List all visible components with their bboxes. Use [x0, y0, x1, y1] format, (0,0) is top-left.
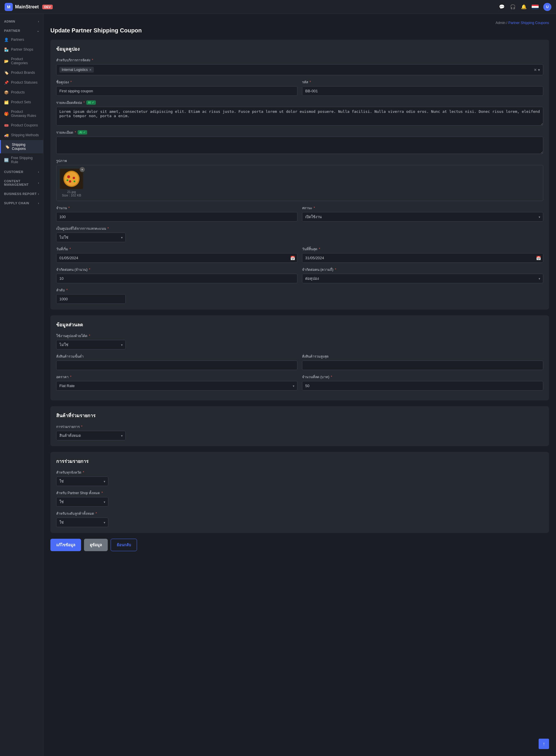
sidebar-section-admin: ADMIN › — [0, 17, 43, 26]
sidebar-section-content: CONTENT MANAGEMENT › — [0, 177, 43, 189]
sidebar-item-partner-shops[interactable]: 🏪 Partner Shops — [0, 44, 43, 54]
limit-row: จำกัดต่อคน (จำนวน) * จำกัดต่อคน (ความถี่… — [56, 267, 543, 283]
short-desc-label: รายละเอียดคัดย่อ * AI ✓ — [56, 100, 543, 105]
sidebar-item-products[interactable]: 📦 Products — [0, 87, 43, 97]
headset-icon[interactable]: 🎧 — [510, 4, 516, 10]
all-customer-levels-select[interactable]: ใช่ ไม่ใช่ — [56, 518, 108, 527]
language-flag[interactable] — [532, 5, 538, 9]
max-order-input[interactable] — [302, 361, 543, 370]
required-indicator: * — [83, 470, 84, 475]
image-upload-area[interactable]: × 21.jpg Size : 102 KB — [56, 165, 543, 201]
sidebar-item-shipping-methods[interactable]: 🚚 Shipping Methods — [0, 130, 43, 140]
required-indicator: * — [69, 247, 71, 251]
participation-select-wrapper: สินค้าทั้งหมด เฉพาะสินค้า — [56, 431, 126, 440]
min-order-input[interactable] — [56, 361, 298, 370]
status-select[interactable]: เปิดใช้งาน ปิดใช้งาน — [302, 212, 543, 222]
app-logo[interactable]: M MainStreet — [5, 3, 39, 11]
order-label: ลำดับ * — [56, 287, 126, 293]
sidebar-item-label: Product Coupons — [11, 123, 38, 127]
sidebar-item-product-coupons[interactable]: 🎟️ Product Coupons — [0, 120, 43, 130]
ai-badge[interactable]: AI ✓ — [86, 101, 96, 105]
breadcrumb-current[interactable]: Partner Shipping Coupons — [508, 21, 549, 25]
partners-icon: 👤 — [4, 37, 9, 42]
sidebar-item-label: Product Statuses — [11, 80, 37, 84]
limit-type-group: จำกัดต่อคน (ความถี่) * ต่อคูปอง ต่อวัน ต… — [302, 267, 543, 283]
end-date-group: วันที่สิ้นสุด * 📅 — [302, 246, 543, 263]
image-thumb-wrapper: × 21.jpg Size : 102 KB — [60, 169, 83, 197]
limit-qty-input[interactable] — [56, 274, 298, 283]
all-provinces-select[interactable]: ใช่ ไม่ใช่ — [56, 477, 108, 486]
required-indicator: * — [310, 80, 311, 84]
chevron-down-icon: ▾ — [538, 68, 540, 72]
end-calendar-icon[interactable]: 📅 — [536, 256, 541, 260]
layout: ADMIN › PARTNER ⌄ 👤 Partners 🏪 Partner S… — [0, 14, 556, 756]
sidebar: ADMIN › PARTNER ⌄ 👤 Partners 🏪 Partner S… — [0, 14, 43, 756]
all-customer-levels-select-wrapper: ใช่ ไม่ใช่ — [56, 518, 108, 527]
rate-type-select[interactable]: Flat Rate Percentage — [56, 381, 298, 390]
short-desc-textarea[interactable] — [56, 107, 543, 125]
all-partner-shops-select[interactable]: ใช่ ไม่ใช่ — [56, 497, 108, 506]
sidebar-item-product-categories[interactable]: 📂 Product Categories — [0, 54, 43, 68]
quantity-input[interactable] — [56, 212, 298, 222]
sidebar-admin-header[interactable]: ADMIN › — [0, 17, 43, 26]
tag-remove-btn[interactable]: × — [89, 68, 92, 72]
sidebar-item-giveaway-rules[interactable]: 🎁 Product Giveaway Rules — [0, 107, 43, 120]
shipping-service-input[interactable]: Internal Logistics × ✕ ▾ — [56, 64, 543, 75]
product-coupons-icon: 🎟️ — [4, 123, 9, 127]
sidebar-item-label: Shipping Coupons — [12, 143, 39, 151]
coupon-code-group: รหัส * — [302, 79, 543, 96]
sidebar-item-free-shipping[interactable]: 🆓 Free Shipping Rule — [0, 153, 43, 167]
from-exchange-select[interactable]: ไม่ใช่ ใช่ — [56, 233, 126, 242]
sidebar-customer-header[interactable]: CUSTOMER › — [0, 168, 43, 176]
sidebar-item-product-brands[interactable]: 🏷️ Product Brands — [0, 68, 43, 78]
end-date-wrapper: 📅 — [302, 253, 543, 263]
sidebar-item-product-sets[interactable]: 🗂️ Product Sets — [0, 97, 43, 107]
sidebar-content-header[interactable]: CONTENT MANAGEMENT › — [0, 177, 43, 189]
limit-type-select[interactable]: ต่อคูปอง ต่อวัน ต่อเดือน — [302, 274, 543, 283]
shipping-service-dropdown[interactable]: ✕ ▾ — [534, 68, 540, 72]
sidebar-section-customer: CUSTOMER › — [0, 168, 43, 176]
coupon-code-input[interactable] — [302, 86, 543, 96]
detail-textarea[interactable] — [56, 137, 543, 154]
back-button[interactable]: ย้อนกลับ — [111, 539, 137, 551]
use-with-code-select[interactable]: ไม่ใช่ ใช่ — [56, 340, 126, 349]
sidebar-admin-label: ADMIN — [4, 20, 15, 23]
limit-qty-label: จำกัดต่อคน (จำนวน) * — [56, 267, 298, 272]
end-date-input[interactable] — [302, 253, 543, 263]
sidebar-item-product-statuses[interactable]: 📌 Product Statuses — [0, 78, 43, 87]
status-label: สถานะ * — [302, 205, 543, 211]
logo-icon: M — [5, 3, 13, 11]
shipping-service-label: สำหรับบริการการจัดส่ง * — [56, 57, 543, 63]
chat-icon[interactable]: 💬 — [499, 4, 505, 10]
coupon-name-input[interactable] — [56, 86, 298, 96]
start-date-input[interactable] — [56, 253, 298, 263]
limit-qty-group: จำกัดต่อคน (จำนวน) * — [56, 267, 298, 283]
check-icon2: ✓ — [83, 131, 85, 134]
coupon-info-card: ข้อมูลคูปอง สำหรับบริการการจัดส่ง * Inte… — [50, 40, 549, 310]
view-button[interactable]: ดูข้อมูล — [84, 539, 108, 551]
order-input[interactable] — [56, 294, 126, 304]
sidebar-item-label: Shipping Methods — [11, 133, 39, 137]
amount-input[interactable] — [302, 381, 543, 390]
image-remove-button[interactable]: × — [80, 167, 85, 172]
sidebar-report-header[interactable]: BUSINESS REPORT › — [0, 190, 43, 198]
sidebar-item-partners[interactable]: 👤 Partners — [0, 35, 43, 44]
user-avatar[interactable]: U — [543, 3, 551, 11]
max-order-group: สั่งสินค้ารวมสูงสุด — [302, 353, 543, 370]
sidebar-supply-header[interactable]: SUPPLY CHAIN › — [0, 199, 43, 207]
save-button[interactable]: แก้ไขข้อมูล — [50, 539, 81, 551]
quantity-label: จำนวน * — [56, 205, 298, 211]
sidebar-partner-header[interactable]: PARTNER ⌄ — [0, 27, 43, 35]
bell-icon[interactable]: 🔔 — [521, 4, 527, 10]
start-calendar-icon[interactable]: 📅 — [290, 256, 295, 260]
sidebar-content-label: CONTENT MANAGEMENT — [4, 179, 38, 186]
report-chevron-icon: › — [38, 192, 39, 196]
amount-label: จำนวนที่ลด (บาท) * — [302, 374, 543, 380]
short-desc-group: รายละเอียดคัดย่อ * AI ✓ — [56, 100, 543, 125]
sidebar-item-shipping-coupons[interactable]: 🏷️ Shipping Coupons — [0, 140, 43, 153]
scroll-to-top-button[interactable]: ↑ — [538, 739, 549, 749]
sidebar-item-label: Products — [11, 90, 25, 94]
participation-select[interactable]: สินค้าทั้งหมด เฉพาะสินค้า — [56, 431, 126, 440]
coupon-info-title: ข้อมูลคูปอง — [56, 45, 543, 53]
detail-ai-badge[interactable]: AI ✓ — [78, 130, 87, 135]
